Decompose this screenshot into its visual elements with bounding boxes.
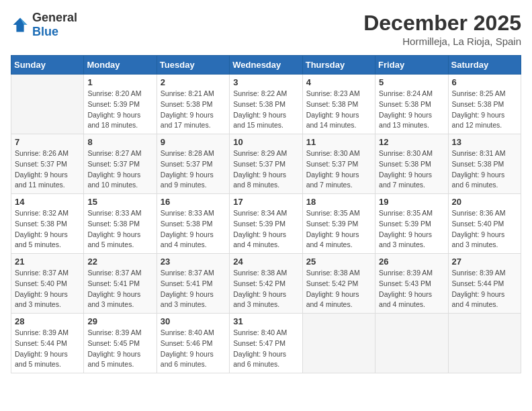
calendar-cell: 31Sunrise: 8:40 AMSunset: 5:47 PMDayligh… bbox=[230, 314, 302, 373]
day-info: Sunrise: 8:27 AMSunset: 5:37 PMDaylight:… bbox=[87, 148, 152, 191]
logo-blue: Blue bbox=[32, 25, 58, 38]
calendar-header-row: SundayMondayTuesdayWednesdayThursdayFrid… bbox=[11, 56, 521, 75]
day-number: 3 bbox=[233, 77, 298, 87]
header-friday: Friday bbox=[375, 56, 448, 75]
logo: General Blue bbox=[11, 11, 77, 39]
day-number: 25 bbox=[306, 257, 371, 267]
day-info: Sunrise: 8:39 AMSunset: 5:45 PMDaylight:… bbox=[87, 328, 152, 370]
day-info: Sunrise: 8:28 AMSunset: 5:37 PMDaylight:… bbox=[161, 148, 226, 191]
header-sunday: Sunday bbox=[11, 56, 84, 75]
calendar-cell: 12Sunrise: 8:30 AMSunset: 5:38 PMDayligh… bbox=[375, 134, 448, 194]
day-number: 31 bbox=[233, 316, 298, 326]
header-wednesday: Wednesday bbox=[230, 56, 302, 75]
day-info: Sunrise: 8:29 AMSunset: 5:37 PMDaylight:… bbox=[233, 148, 298, 191]
calendar-cell bbox=[11, 75, 84, 134]
day-number: 10 bbox=[233, 137, 298, 147]
week-row-3: 21Sunrise: 8:37 AMSunset: 5:40 PMDayligh… bbox=[11, 254, 521, 314]
day-number: 26 bbox=[379, 257, 444, 267]
day-number: 17 bbox=[233, 197, 298, 207]
calendar-cell: 18Sunrise: 8:35 AMSunset: 5:39 PMDayligh… bbox=[302, 194, 375, 254]
day-number: 12 bbox=[379, 137, 444, 147]
calendar-cell: 6Sunrise: 8:25 AMSunset: 5:38 PMDaylight… bbox=[448, 75, 521, 134]
calendar-cell: 15Sunrise: 8:33 AMSunset: 5:38 PMDayligh… bbox=[84, 194, 157, 254]
day-number: 27 bbox=[452, 257, 517, 267]
header-monday: Monday bbox=[84, 56, 157, 75]
header-saturday: Saturday bbox=[448, 56, 521, 75]
day-number: 19 bbox=[379, 197, 444, 207]
day-info: Sunrise: 8:39 AMSunset: 5:43 PMDaylight:… bbox=[379, 268, 444, 310]
day-number: 8 bbox=[87, 137, 152, 147]
calendar-cell: 13Sunrise: 8:31 AMSunset: 5:38 PMDayligh… bbox=[448, 134, 521, 194]
day-info: Sunrise: 8:37 AMSunset: 5:41 PMDaylight:… bbox=[161, 268, 226, 310]
day-number: 6 bbox=[452, 77, 517, 87]
calendar-cell: 30Sunrise: 8:40 AMSunset: 5:46 PMDayligh… bbox=[157, 314, 229, 373]
day-number: 28 bbox=[15, 316, 80, 326]
month-title: December 2025 bbox=[363, 11, 521, 36]
calendar-cell: 22Sunrise: 8:37 AMSunset: 5:41 PMDayligh… bbox=[84, 254, 157, 314]
calendar-cell: 10Sunrise: 8:29 AMSunset: 5:37 PMDayligh… bbox=[230, 134, 302, 194]
week-row-2: 14Sunrise: 8:32 AMSunset: 5:38 PMDayligh… bbox=[11, 194, 521, 254]
day-info: Sunrise: 8:40 AMSunset: 5:47 PMDaylight:… bbox=[233, 328, 298, 370]
day-number: 5 bbox=[379, 77, 444, 87]
calendar-cell bbox=[302, 314, 375, 373]
title-block: December 2025 Hormilleja, La Rioja, Spai… bbox=[363, 11, 521, 47]
day-info: Sunrise: 8:40 AMSunset: 5:46 PMDaylight:… bbox=[161, 328, 226, 370]
day-info: Sunrise: 8:38 AMSunset: 5:42 PMDaylight:… bbox=[306, 268, 371, 310]
calendar-cell: 7Sunrise: 8:26 AMSunset: 5:37 PMDaylight… bbox=[11, 134, 84, 194]
day-number: 4 bbox=[306, 77, 371, 87]
day-info: Sunrise: 8:35 AMSunset: 5:39 PMDaylight:… bbox=[306, 208, 371, 250]
day-number: 11 bbox=[306, 137, 371, 147]
header-thursday: Thursday bbox=[302, 56, 375, 75]
day-info: Sunrise: 8:37 AMSunset: 5:40 PMDaylight:… bbox=[15, 268, 80, 310]
calendar-cell: 27Sunrise: 8:39 AMSunset: 5:44 PMDayligh… bbox=[448, 254, 521, 314]
week-row-0: 1Sunrise: 8:20 AMSunset: 5:39 PMDaylight… bbox=[11, 75, 521, 134]
day-info: Sunrise: 8:35 AMSunset: 5:39 PMDaylight:… bbox=[379, 208, 444, 250]
day-info: Sunrise: 8:30 AMSunset: 5:37 PMDaylight:… bbox=[306, 148, 371, 191]
calendar-cell bbox=[448, 314, 521, 373]
day-number: 16 bbox=[161, 197, 226, 207]
day-info: Sunrise: 8:21 AMSunset: 5:38 PMDaylight:… bbox=[161, 89, 226, 131]
day-info: Sunrise: 8:36 AMSunset: 5:40 PMDaylight:… bbox=[452, 208, 517, 250]
day-number: 7 bbox=[15, 137, 80, 147]
week-row-1: 7Sunrise: 8:26 AMSunset: 5:37 PMDaylight… bbox=[11, 134, 521, 194]
day-info: Sunrise: 8:39 AMSunset: 5:44 PMDaylight:… bbox=[452, 268, 517, 310]
day-number: 1 bbox=[87, 77, 152, 87]
calendar-cell: 25Sunrise: 8:38 AMSunset: 5:42 PMDayligh… bbox=[302, 254, 375, 314]
week-row-4: 28Sunrise: 8:39 AMSunset: 5:44 PMDayligh… bbox=[11, 314, 521, 373]
calendar-cell: 1Sunrise: 8:20 AMSunset: 5:39 PMDaylight… bbox=[84, 75, 157, 134]
day-info: Sunrise: 8:20 AMSunset: 5:39 PMDaylight:… bbox=[87, 89, 152, 131]
day-number: 30 bbox=[161, 316, 226, 326]
header-tuesday: Tuesday bbox=[157, 56, 229, 75]
day-info: Sunrise: 8:30 AMSunset: 5:38 PMDaylight:… bbox=[379, 148, 444, 191]
calendar-cell: 20Sunrise: 8:36 AMSunset: 5:40 PMDayligh… bbox=[448, 194, 521, 254]
calendar-table: SundayMondayTuesdayWednesdayThursdayFrid… bbox=[11, 55, 521, 373]
day-number: 22 bbox=[87, 257, 152, 267]
day-number: 9 bbox=[161, 137, 226, 147]
day-number: 29 bbox=[87, 316, 152, 326]
day-info: Sunrise: 8:32 AMSunset: 5:38 PMDaylight:… bbox=[15, 208, 80, 250]
calendar-cell: 23Sunrise: 8:37 AMSunset: 5:41 PMDayligh… bbox=[157, 254, 229, 314]
calendar-cell: 19Sunrise: 8:35 AMSunset: 5:39 PMDayligh… bbox=[375, 194, 448, 254]
day-info: Sunrise: 8:25 AMSunset: 5:38 PMDaylight:… bbox=[452, 89, 517, 131]
calendar-cell bbox=[375, 314, 448, 373]
day-number: 18 bbox=[306, 197, 371, 207]
calendar-cell: 29Sunrise: 8:39 AMSunset: 5:45 PMDayligh… bbox=[84, 314, 157, 373]
day-number: 14 bbox=[15, 197, 80, 207]
day-info: Sunrise: 8:22 AMSunset: 5:38 PMDaylight:… bbox=[233, 89, 298, 131]
calendar-cell: 2Sunrise: 8:21 AMSunset: 5:38 PMDaylight… bbox=[157, 75, 229, 134]
day-number: 13 bbox=[452, 137, 517, 147]
day-info: Sunrise: 8:26 AMSunset: 5:37 PMDaylight:… bbox=[15, 148, 80, 191]
day-info: Sunrise: 8:33 AMSunset: 5:38 PMDaylight:… bbox=[161, 208, 226, 250]
calendar-cell: 14Sunrise: 8:32 AMSunset: 5:38 PMDayligh… bbox=[11, 194, 84, 254]
day-info: Sunrise: 8:38 AMSunset: 5:42 PMDaylight:… bbox=[233, 268, 298, 310]
day-number: 15 bbox=[87, 197, 152, 207]
day-info: Sunrise: 8:33 AMSunset: 5:38 PMDaylight:… bbox=[87, 208, 152, 250]
page-header: General Blue December 2025 Hormilleja, L… bbox=[11, 11, 521, 47]
logo-icon bbox=[11, 15, 30, 34]
day-number: 20 bbox=[452, 197, 517, 207]
calendar-cell: 21Sunrise: 8:37 AMSunset: 5:40 PMDayligh… bbox=[11, 254, 84, 314]
calendar-cell: 5Sunrise: 8:24 AMSunset: 5:38 PMDaylight… bbox=[375, 75, 448, 134]
day-number: 2 bbox=[161, 77, 226, 87]
day-info: Sunrise: 8:37 AMSunset: 5:41 PMDaylight:… bbox=[87, 268, 152, 310]
logo-general: General bbox=[32, 11, 77, 24]
